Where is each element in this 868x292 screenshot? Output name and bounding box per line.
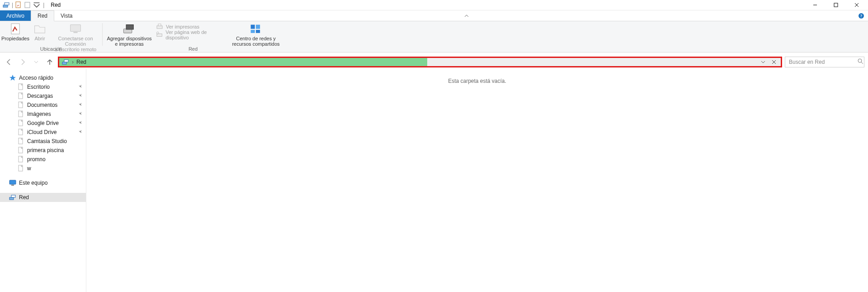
window-title: Red bbox=[51, 2, 61, 8]
file-icon bbox=[17, 101, 24, 109]
properties-icon[interactable] bbox=[15, 1, 22, 9]
title-bar: | | Red bbox=[0, 0, 868, 10]
add-devices-label: Agregar dispositivos e impresoras bbox=[107, 36, 151, 47]
sidebar-item[interactable]: Escritorio bbox=[0, 82, 86, 91]
svg-rect-24 bbox=[64, 60, 68, 62]
sidebar-item-label: Descargas bbox=[27, 93, 53, 99]
network-sharing-center-label: Centro de redes y recursos compartidos bbox=[232, 36, 279, 47]
maximize-button[interactable] bbox=[826, 0, 846, 10]
add-devices-button[interactable]: Agregar dispositivos e impresoras bbox=[105, 22, 153, 47]
sidebar-item[interactable]: Imágenes bbox=[0, 110, 86, 119]
sidebar-item[interactable]: Camtasia Studio bbox=[0, 137, 86, 146]
svg-rect-3 bbox=[25, 2, 30, 8]
sidebar-network-label: Red bbox=[19, 194, 29, 201]
sidebar-item[interactable]: Google Drive bbox=[0, 119, 86, 128]
search-icon[interactable] bbox=[858, 58, 863, 66]
star-icon bbox=[9, 74, 16, 81]
svg-text:?: ? bbox=[860, 14, 863, 18]
sidebar-item[interactable]: Documentos bbox=[0, 101, 86, 110]
ribbon-minimize-icon[interactable] bbox=[460, 10, 473, 21]
recent-locations-button[interactable] bbox=[31, 57, 42, 67]
help-button[interactable]: ? bbox=[854, 10, 868, 21]
address-bar[interactable]: › Red bbox=[58, 57, 782, 67]
qat-customize-icon[interactable] bbox=[33, 1, 40, 9]
file-icon bbox=[17, 165, 24, 172]
sidebar-item-label: Escritorio bbox=[27, 84, 50, 90]
properties-large-icon bbox=[8, 23, 23, 35]
svg-line-28 bbox=[861, 62, 863, 64]
file-icon bbox=[17, 138, 24, 145]
forward-button[interactable] bbox=[17, 57, 28, 67]
sidebar-item-label: Google Drive bbox=[27, 120, 59, 126]
svg-rect-1 bbox=[5, 3, 9, 5]
sidebar-item-label: primera piscina bbox=[27, 147, 64, 153]
search-input[interactable] bbox=[788, 58, 858, 66]
svg-rect-42 bbox=[11, 195, 15, 197]
pin-icon bbox=[76, 110, 84, 118]
sidebar-item[interactable]: w bbox=[0, 164, 86, 173]
svg-rect-22 bbox=[256, 30, 260, 33]
network-center-icon bbox=[249, 23, 263, 35]
tab-network[interactable]: Red bbox=[31, 10, 54, 21]
pin-icon bbox=[76, 101, 84, 109]
search-box[interactable] bbox=[785, 57, 864, 67]
back-button[interactable] bbox=[4, 57, 14, 67]
up-button[interactable] bbox=[44, 57, 55, 67]
ribbon-panel: Propiedades Abrir Conectarse con Conexió… bbox=[0, 21, 868, 53]
sidebar-item-label: iCloud Drive bbox=[27, 129, 57, 135]
breadcrumb-location[interactable]: Red bbox=[76, 59, 86, 65]
pin-icon bbox=[76, 128, 84, 136]
sidebar-item[interactable]: promno bbox=[0, 155, 86, 164]
svg-rect-21 bbox=[251, 30, 255, 33]
svg-rect-39 bbox=[9, 180, 16, 184]
file-icon bbox=[17, 129, 24, 136]
window-controls bbox=[805, 0, 867, 10]
properties-button[interactable]: Propiedades bbox=[3, 22, 28, 41]
tab-view[interactable]: Vista bbox=[54, 10, 79, 21]
address-stop-button[interactable] bbox=[770, 58, 778, 66]
svg-rect-16 bbox=[158, 24, 161, 26]
qat-separator-2: | bbox=[43, 2, 44, 8]
new-folder-icon[interactable] bbox=[24, 1, 31, 9]
svg-rect-12 bbox=[73, 32, 77, 33]
sidebar-item-label: Imágenes bbox=[27, 111, 51, 117]
view-device-webpage-button: Ver página web de dispositivo bbox=[156, 31, 228, 38]
properties-label: Propiedades bbox=[1, 36, 29, 41]
breadcrumb-chevron-icon[interactable]: › bbox=[72, 59, 74, 65]
group-network-label: Red bbox=[103, 46, 283, 52]
sidebar-network[interactable]: Red bbox=[0, 193, 86, 202]
navigation-bar: › Red bbox=[0, 55, 868, 69]
sidebar-item[interactable]: primera piscina bbox=[0, 146, 86, 155]
view-device-webpage-label: Ver página web de dispositivo bbox=[165, 29, 228, 40]
svg-point-27 bbox=[858, 59, 862, 62]
pin-icon bbox=[76, 83, 84, 91]
sidebar-item[interactable]: Descargas bbox=[0, 91, 86, 101]
svg-rect-15 bbox=[157, 26, 162, 29]
svg-rect-41 bbox=[9, 197, 14, 200]
svg-rect-5 bbox=[834, 3, 838, 7]
network-sharing-center-button[interactable]: Centro de redes y recursos compartidos bbox=[231, 22, 281, 47]
pin-icon bbox=[76, 119, 84, 127]
printer-icon bbox=[156, 23, 163, 30]
address-history-button[interactable] bbox=[759, 58, 767, 66]
file-icon bbox=[17, 110, 24, 118]
tab-file[interactable]: Archivo bbox=[0, 10, 31, 21]
svg-rect-20 bbox=[256, 25, 260, 29]
sidebar-item-label: Documentos bbox=[27, 102, 57, 108]
ribbon-group-network: Agregar dispositivos e impresoras Ver im… bbox=[103, 21, 283, 52]
view-printers-label: Ver impresoras bbox=[166, 24, 199, 29]
network-icon bbox=[3, 1, 10, 9]
sidebar-quick-access[interactable]: Acceso rápido bbox=[0, 73, 86, 82]
remote-desktop-icon bbox=[68, 23, 83, 35]
svg-rect-19 bbox=[251, 25, 255, 29]
network-location-icon bbox=[62, 58, 69, 66]
sidebar-item[interactable]: iCloud Drive bbox=[0, 128, 86, 137]
sidebar-this-pc[interactable]: Este equipo bbox=[0, 178, 86, 187]
close-button[interactable] bbox=[846, 0, 867, 10]
group-location-label: Ubicación bbox=[0, 46, 102, 52]
open-folder-icon bbox=[33, 23, 47, 35]
qat-separator: | bbox=[12, 2, 13, 8]
ribbon-group-location: Propiedades Abrir Conectarse con Conexió… bbox=[0, 21, 102, 52]
minimize-button[interactable] bbox=[805, 0, 826, 10]
svg-rect-0 bbox=[3, 5, 8, 7]
